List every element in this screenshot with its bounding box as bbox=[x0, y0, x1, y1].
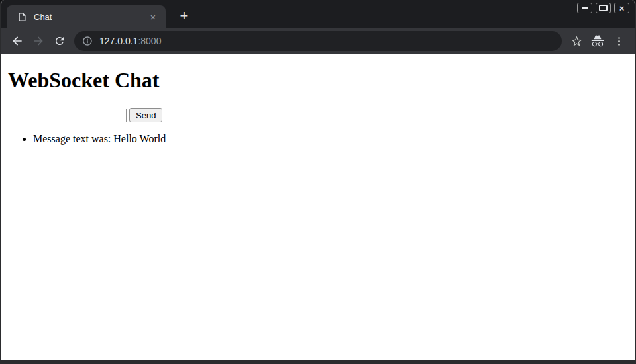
maximize-icon bbox=[599, 5, 608, 11]
tab-title: Chat bbox=[34, 12, 147, 22]
incognito-icon bbox=[590, 34, 605, 48]
address-bar[interactable]: 127.0.0.1:8000 bbox=[74, 31, 562, 51]
url-text: 127.0.0.1:8000 bbox=[99, 36, 161, 46]
tab-strip: Chat × + × bbox=[1, 0, 635, 28]
forward-button[interactable] bbox=[28, 30, 49, 52]
back-arrow-icon bbox=[11, 34, 24, 48]
reload-icon bbox=[54, 35, 66, 47]
window-minimize-button[interactable] bbox=[577, 3, 592, 13]
window-maximize-button[interactable] bbox=[596, 3, 611, 13]
site-info-icon[interactable] bbox=[82, 36, 93, 46]
message-form: Send bbox=[7, 108, 629, 122]
tab-close-icon[interactable]: × bbox=[147, 11, 159, 23]
page-content: WebSocket Chat Send Message text was: He… bbox=[1, 54, 635, 360]
message-input[interactable] bbox=[7, 109, 127, 122]
window-controls: × bbox=[577, 3, 629, 13]
document-favicon-icon bbox=[17, 12, 27, 22]
message-list-item: Message text was: Hello World bbox=[33, 133, 629, 145]
menu-button[interactable] bbox=[608, 30, 629, 52]
star-icon bbox=[570, 35, 583, 48]
browser-toolbar: 127.0.0.1:8000 bbox=[1, 28, 635, 54]
window-close-button[interactable]: × bbox=[614, 3, 629, 13]
minimize-icon bbox=[582, 7, 588, 9]
close-icon: × bbox=[619, 4, 625, 13]
message-list: Message text was: Hello World bbox=[7, 133, 629, 145]
reload-button[interactable] bbox=[49, 30, 70, 52]
incognito-indicator bbox=[587, 30, 608, 52]
url-port: :8000 bbox=[138, 36, 161, 46]
tab-chat[interactable]: Chat × bbox=[7, 5, 166, 28]
page-title: WebSocket Chat bbox=[8, 68, 629, 93]
send-button[interactable]: Send bbox=[129, 108, 162, 122]
forward-arrow-icon bbox=[32, 34, 45, 48]
browser-window: Chat × + × 127.0.0.1:8000 bbox=[0, 0, 636, 364]
url-host: 127.0.0.1 bbox=[99, 36, 138, 46]
three-dots-menu-icon bbox=[613, 36, 625, 47]
bookmark-button[interactable] bbox=[566, 30, 587, 52]
new-tab-button[interactable]: + bbox=[175, 7, 193, 25]
back-button[interactable] bbox=[7, 30, 28, 52]
